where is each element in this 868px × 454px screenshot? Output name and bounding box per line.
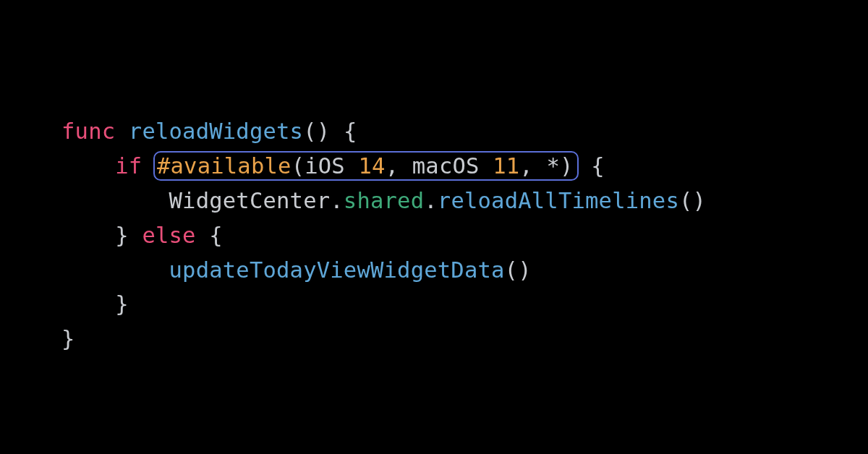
available-highlight: #available(iOS 14, macOS 11, *) <box>156 153 578 179</box>
code-snippet: func reloadWidgets() { if #available(iOS… <box>61 114 706 356</box>
number: 11 <box>493 153 519 179</box>
parens: () <box>303 119 330 144</box>
code-line-3: WidgetCenter.shared.reloadAllTimelines() <box>61 188 706 213</box>
keyword-func: func <box>61 119 115 144</box>
star: * <box>546 153 560 179</box>
hash-available: #available <box>157 153 292 179</box>
prop-shared: shared <box>344 188 424 213</box>
parens: () <box>505 257 532 283</box>
platform-macos: macOS <box>412 153 480 179</box>
keyword-if: if <box>115 153 142 179</box>
paren-close: ) <box>560 153 574 179</box>
brace-close: } <box>61 326 75 351</box>
code-line-7: } <box>61 326 75 351</box>
func-name: reloadWidgets <box>129 119 303 144</box>
brace-open: { <box>209 223 223 248</box>
code-line-1: func reloadWidgets() { <box>61 119 357 144</box>
type-widgetcenter: WidgetCenter <box>169 188 331 213</box>
parens: () <box>679 188 706 213</box>
code-line-6: } <box>61 291 129 317</box>
paren-open: ( <box>292 153 305 179</box>
code-line-4: } else { <box>61 223 223 248</box>
brace-open: { <box>591 153 605 179</box>
func-updatetodayviewwidgetdata: updateTodayViewWidgetData <box>169 257 505 283</box>
code-line-2: if #available(iOS 14, macOS 11, *) { <box>61 153 605 179</box>
brace-close: } <box>115 223 129 248</box>
platform-ios: iOS <box>305 153 345 179</box>
method-reloadalltimelines: reloadAllTimelines <box>438 188 679 213</box>
code-line-5: updateTodayViewWidgetData() <box>61 257 532 283</box>
brace-open: { <box>344 119 357 144</box>
brace-close: } <box>115 291 129 317</box>
number: 14 <box>358 153 385 179</box>
keyword-else: else <box>142 223 195 248</box>
